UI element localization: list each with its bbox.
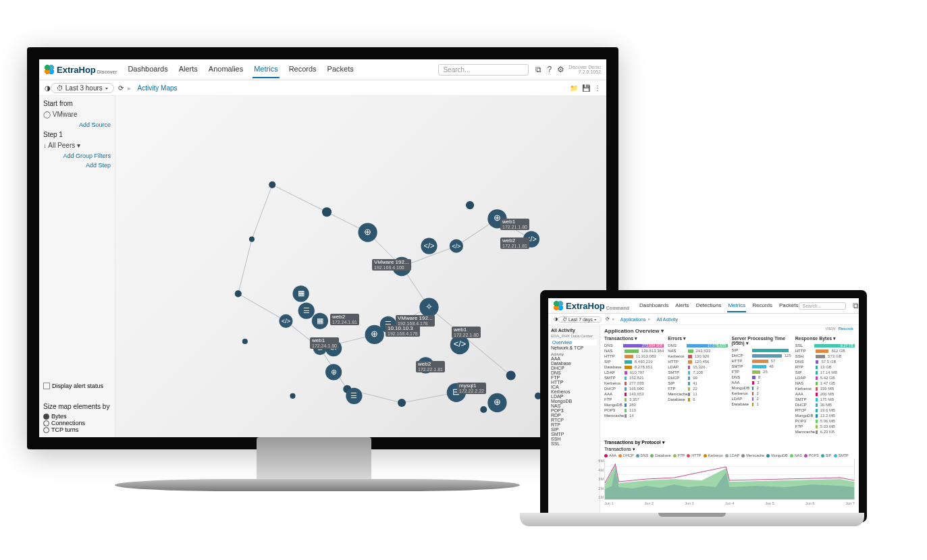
col-spt-row-dns[interactable]: DNS8 (732, 374, 791, 380)
lap-sb-smtp[interactable]: SMTP (551, 432, 597, 437)
col-spt-row-dhcp[interactable]: DHCP125 (732, 353, 791, 358)
legend-ldap[interactable]: LDAP (725, 453, 739, 457)
node-label-web1[interactable]: web1172.21.1.80 (500, 219, 529, 230)
col-bytes-row-dns[interactable]: DNS57.5 GB (795, 359, 855, 364)
legend-http[interactable]: HTTP (687, 453, 701, 457)
col-err-row-ldap[interactable]: LDAP15,326 (668, 364, 727, 370)
lap-sb-kerberos[interactable]: Kerberos (551, 389, 597, 394)
col-trans-row-mongodb[interactable]: MongoDB280 (604, 402, 664, 408)
breadcrumb[interactable]: Activity Maps (138, 84, 178, 92)
col-bytes-row-sip[interactable]: SIP17.14 MB (795, 370, 855, 375)
overview-title[interactable]: Application Overview ▾ (604, 328, 855, 334)
legend-memcache[interactable]: Memcache (741, 453, 764, 457)
col-trans-row-aaa[interactable]: AAA143,653 (604, 391, 664, 397)
col-err-row-dhcp[interactable]: DHCP99 (668, 375, 727, 381)
node-label-web1[interactable]: web1172.24.1.80 (310, 337, 339, 349)
lap-search[interactable]: Search... (799, 302, 846, 310)
add-source-link[interactable]: Add Source (43, 121, 111, 128)
col-bytes-row-mongodb[interactable]: MongoDB13.2 MB (795, 413, 855, 418)
col-bytes-row-kerberos[interactable]: Kerberos339 MB (795, 386, 855, 391)
more-icon[interactable]: ⋮ (594, 84, 601, 92)
legend-nas[interactable]: NAS (790, 453, 802, 457)
size-radio-bytes[interactable]: Bytes (43, 413, 111, 420)
legend-aaa[interactable]: AAA (604, 453, 616, 457)
lap-sb-database[interactable]: Database (551, 361, 597, 366)
col-spt-row-sip[interactable]: SIP (732, 347, 791, 353)
lap-sb-rtp[interactable]: RTP (551, 422, 597, 427)
lap-sb-dns[interactable]: DNS (551, 370, 597, 375)
col-bytes-row-memcache[interactable]: Memcache6.23 KB (795, 429, 855, 435)
node-label-VMware-192-[interactable]: VMware 192...192.168.4.178 (396, 315, 435, 327)
search-input[interactable]: Search... (438, 64, 529, 76)
lap-sb-dhcp[interactable]: DHCP (551, 366, 597, 370)
lap-sb-network-tcp[interactable]: Network & TCP (551, 345, 597, 350)
col-bytes-row-nas[interactable]: NAS1.47 GB (795, 381, 855, 386)
lap-help-icon[interactable]: ? (864, 301, 867, 310)
col-bytes-row-ftp[interactable]: FTP5.03 MB (795, 424, 855, 429)
legend-kerberos[interactable]: Kerberos (704, 453, 723, 457)
node-label-VMware-192-[interactable]: VMware 192...192.168.4.100 (372, 259, 411, 271)
col-bytes-row-rtcp[interactable]: RTCP19.6 MB (795, 408, 855, 413)
col-trans-row-smtp[interactable]: SMTP152,821 (604, 375, 664, 381)
col-trans-row-pop3[interactable]: POP3113 (604, 408, 664, 413)
nav-packets[interactable]: Packets (326, 61, 355, 78)
col-err-row-ftp[interactable]: FTP22 (668, 386, 727, 391)
col-spt-row-database[interactable]: Database1 (732, 401, 791, 407)
source-dropdown[interactable]: ◯ VMware (43, 110, 111, 119)
lap-sb-aaa[interactable]: AAA (551, 356, 597, 361)
lap-sb-pop3[interactable]: POP3 (551, 408, 597, 413)
col-spt-row-aaa[interactable]: AAA3 (732, 380, 791, 385)
col-bytes-row-pop3[interactable]: POP35.06 MB (795, 418, 855, 424)
lap-refresh-icon[interactable]: ⟳ (606, 316, 610, 322)
legend-smtp[interactable]: SMTP (834, 453, 849, 457)
col-bytes-row-http[interactable]: HTTP812 GB (795, 348, 855, 354)
nav-anomalies[interactable]: Anomalies (207, 61, 244, 78)
lap-sb-ica[interactable]: ICA (551, 385, 597, 389)
add-group-filters-link[interactable]: Add Group Filters (43, 152, 111, 159)
col-err-row-sip[interactable]: SIP41 (668, 381, 727, 386)
legend-pop3[interactable]: POP3 (804, 453, 819, 457)
legend-dns[interactable]: DNS (636, 453, 649, 457)
col-spt-row-smtp[interactable]: SMTP48 (732, 364, 791, 369)
add-step-link[interactable]: Add Step (43, 162, 111, 169)
node-label-web2[interactable]: web2172.22.1.81 (416, 361, 445, 372)
legend-database[interactable]: Database (650, 453, 671, 457)
lap-sb-http[interactable]: HTTP (551, 380, 597, 385)
lap-sb-rtcp[interactable]: RTCP (551, 418, 597, 422)
size-radio-connections[interactable]: Connections (43, 420, 111, 426)
help-icon[interactable]: ? (547, 65, 552, 74)
refresh-icon[interactable]: ⟳ (118, 84, 124, 92)
save-icon[interactable]: 💾 (582, 84, 590, 92)
lap-nav-dashboards[interactable]: Dashboards (639, 300, 669, 312)
col-trans-title[interactable]: Transactions ▾ (604, 336, 664, 341)
nav-metrics[interactable]: Metrics (253, 61, 279, 78)
lap-sb-ftp[interactable]: FTP (551, 375, 597, 380)
node-label-mysql1[interactable]: mysql1172.22.2.22 (457, 383, 486, 394)
nav-dashboards[interactable]: Dashboards (126, 61, 169, 78)
col-bytes-row-ldap[interactable]: LDAP5.42 GB (795, 375, 855, 381)
node-label-10-10-10-3[interactable]: 10.10.10.3192.168.4.178 (386, 325, 420, 337)
lap-sb-ssh[interactable]: SSH (551, 437, 597, 441)
col-err-row-memcache[interactable]: Memcache11 (668, 391, 727, 397)
col-bytes-row-dhcp[interactable]: DHCP36 MB (795, 402, 855, 408)
col-trans-row-http[interactable]: HTTP11,913,083 (604, 354, 664, 359)
col-err-row-dns[interactable]: DNS17,076,655 (668, 343, 727, 348)
col-spt-title[interactable]: Server Processing Time (95th) ▾ (732, 336, 791, 346)
col-spt-row-http[interactable]: HTTP57 (732, 358, 791, 364)
folder-icon[interactable]: 📁 (570, 84, 578, 92)
lap-sb-overview[interactable]: Overview (551, 339, 597, 345)
time-range-picker[interactable]: ⏱ Last 3 hours ▾ (51, 83, 114, 93)
legend-mongodb[interactable]: MongoDB (766, 453, 787, 457)
lap-sb-rdp[interactable]: RDP (551, 413, 597, 418)
lap-nav-alerts[interactable]: Alerts (674, 300, 689, 312)
col-err-row-kerberos[interactable]: Kerberos130,929 (668, 354, 727, 359)
col-trans-row-nas[interactable]: NAS139,813,384 (604, 348, 664, 354)
lap-nav-packets[interactable]: Packets (778, 300, 799, 312)
col-trans-row-sip[interactable]: SIP8,490,219 (604, 359, 664, 364)
legend-dhcp[interactable]: DHCP (618, 453, 634, 457)
lap-sb-sip[interactable]: SIP (551, 427, 597, 432)
lap-sb-ldap[interactable]: LDAP (551, 394, 597, 399)
col-trans-row-dns[interactable]: DNS273,984,908 (604, 343, 664, 348)
lap-sb-nas[interactable]: NAS (551, 403, 597, 408)
node-label-web2[interactable]: web2172.24.1.81 (330, 314, 359, 325)
